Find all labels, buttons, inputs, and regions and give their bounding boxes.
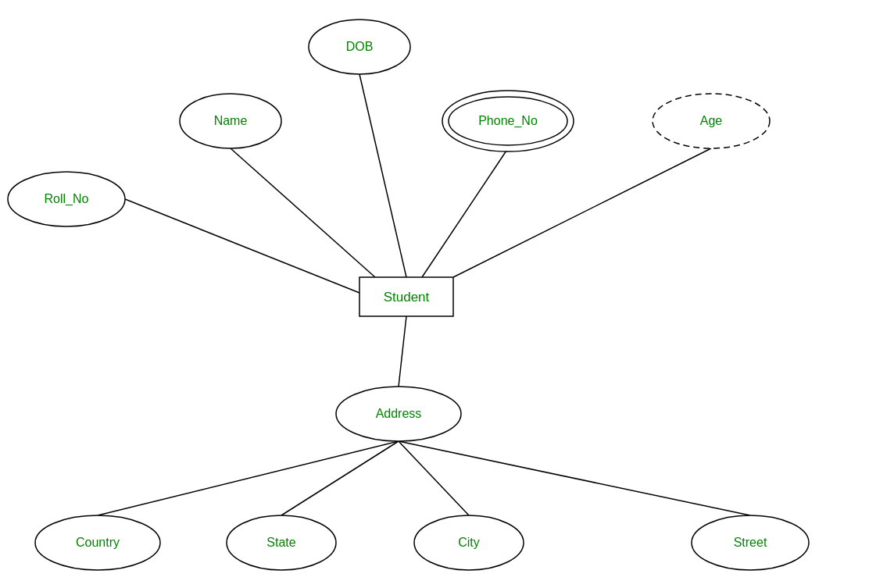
label-dob: DOB (346, 40, 374, 53)
line-student-address (399, 316, 406, 387)
line-rollno-student (125, 199, 359, 293)
label-country: Country (76, 536, 120, 549)
label-rollno: Roll_No (45, 192, 89, 206)
line-dob-student (359, 74, 406, 277)
label-city: City (458, 536, 480, 549)
line-address-state (281, 441, 399, 515)
line-address-street (399, 441, 750, 515)
label-state: State (266, 536, 295, 549)
line-age-student (453, 148, 711, 277)
line-address-city (399, 441, 469, 515)
label-age: Age (700, 114, 723, 127)
label-student: Student (384, 290, 430, 305)
label-phoneno: Phone_No (478, 114, 538, 128)
line-phoneno-student (422, 148, 508, 277)
label-name: Name (214, 114, 248, 127)
line-name-student (231, 148, 375, 277)
line-address-country (98, 441, 399, 515)
label-street: Street (734, 536, 767, 549)
label-address: Address (376, 407, 422, 420)
